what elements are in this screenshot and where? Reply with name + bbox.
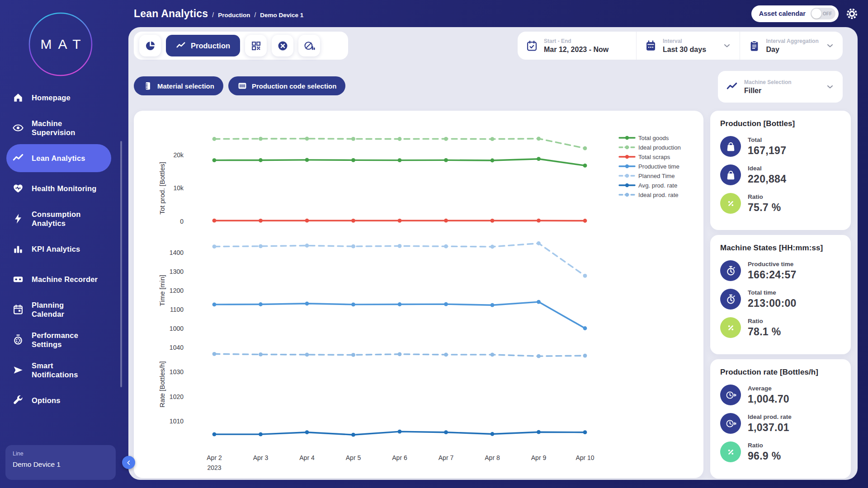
legend-item-planned-time[interactable]: Planned Time: [619, 173, 675, 179]
data-point[interactable]: [444, 158, 448, 162]
data-point[interactable]: [305, 353, 309, 357]
data-point[interactable]: [444, 353, 448, 357]
data-point[interactable]: [351, 433, 355, 437]
data-point[interactable]: [351, 137, 355, 141]
data-point[interactable]: [351, 158, 355, 162]
data-point[interactable]: [537, 136, 541, 141]
data-point[interactable]: [583, 430, 587, 434]
sidebar-item-options[interactable]: Options: [6, 386, 111, 414]
data-point[interactable]: [351, 353, 355, 357]
line-selector[interactable]: Line Demo Device 1: [5, 445, 116, 480]
sidebar-item-planning-calendar[interactable]: Planning Calendar: [6, 296, 111, 324]
legend-item-avg-prod-rate[interactable]: Avg. prod. rate: [619, 182, 677, 189]
data-point[interactable]: [537, 354, 541, 358]
data-point[interactable]: [398, 430, 402, 434]
data-point[interactable]: [212, 303, 217, 307]
data-point[interactable]: [398, 244, 402, 248]
sidebar-item-health-monitoring[interactable]: Health Monitoring: [6, 174, 111, 202]
interval-filter[interactable]: Interval Last 30 days: [636, 32, 740, 60]
data-point[interactable]: [259, 219, 263, 223]
data-point[interactable]: [491, 353, 495, 357]
data-point[interactable]: [259, 137, 263, 141]
data-point[interactable]: [583, 219, 587, 223]
data-point[interactable]: [491, 303, 495, 307]
data-point[interactable]: [212, 158, 217, 162]
data-point[interactable]: [212, 137, 217, 141]
legend-item-total-scraps[interactable]: Total scraps: [619, 154, 670, 160]
data-point[interactable]: [583, 146, 587, 150]
data-point[interactable]: [212, 432, 217, 436]
data-point[interactable]: [444, 137, 448, 141]
breadcrumb-device[interactable]: Demo Device 1: [260, 12, 303, 19]
data-point[interactable]: [305, 219, 309, 223]
data-point[interactable]: [583, 354, 587, 358]
data-point[interactable]: [444, 430, 448, 434]
data-point[interactable]: [398, 302, 402, 306]
legend-item-total-goods[interactable]: Total goods: [619, 135, 669, 141]
data-point[interactable]: [537, 300, 541, 304]
material-selection-button[interactable]: Material selection: [134, 76, 223, 95]
aggregation-filter[interactable]: Interval Aggregation Day: [740, 32, 843, 60]
sidebar-item-machine-recorder[interactable]: Machine Recorder: [6, 265, 111, 293]
sidebar-collapse-button[interactable]: [122, 456, 135, 469]
data-point[interactable]: [305, 244, 309, 248]
data-point[interactable]: [212, 244, 217, 249]
machine-selection-dropdown[interactable]: Machine Selection Filler: [718, 71, 843, 103]
series-line-planned-time[interactable]: [214, 244, 585, 276]
data-point[interactable]: [444, 219, 448, 223]
data-point[interactable]: [583, 274, 587, 278]
data-point[interactable]: [491, 245, 495, 249]
sidebar-item-smart-notifications[interactable]: Smart Notifications: [6, 356, 111, 384]
data-point[interactable]: [305, 136, 309, 141]
sidebar-scrollbar[interactable]: [120, 141, 122, 387]
data-point[interactable]: [444, 244, 448, 249]
data-point[interactable]: [212, 352, 217, 356]
legend-item-ideal-prod-rate[interactable]: Ideal prod. rate: [619, 192, 679, 198]
production-code-view-button[interactable]: [245, 35, 267, 56]
data-point[interactable]: [491, 432, 495, 436]
breadcrumb-production[interactable]: Production: [218, 12, 250, 19]
data-point[interactable]: [537, 241, 541, 245]
data-point[interactable]: [398, 219, 402, 223]
data-point[interactable]: [491, 137, 495, 141]
data-point[interactable]: [212, 219, 217, 223]
data-point[interactable]: [259, 352, 263, 357]
toggle-switch[interactable]: OFF: [811, 8, 835, 19]
rate-view-button[interactable]: [298, 35, 320, 56]
legend-item-ideal-production[interactable]: Ideal production: [619, 144, 681, 151]
data-point[interactable]: [351, 303, 355, 307]
settings-gear-icon[interactable]: [846, 8, 858, 20]
data-point[interactable]: [351, 219, 355, 223]
sidebar-item-kpi-analytics[interactable]: KPI Analytics: [6, 235, 111, 263]
start-end-filter[interactable]: Start - End Mar 12, 2023 - Now: [518, 32, 636, 60]
data-point[interactable]: [351, 244, 355, 249]
data-point[interactable]: [537, 157, 541, 161]
data-point[interactable]: [259, 158, 263, 162]
data-point[interactable]: [583, 164, 587, 168]
data-point[interactable]: [305, 301, 309, 305]
data-point[interactable]: [583, 326, 587, 330]
production-code-selection-button[interactable]: Production code selection: [228, 76, 346, 95]
legend-item-productive-time[interactable]: Productive time: [619, 163, 679, 170]
data-point[interactable]: [444, 302, 448, 306]
data-point[interactable]: [259, 432, 263, 436]
sidebar-item-homepage[interactable]: Homepage: [6, 84, 111, 112]
scraps-view-button[interactable]: [272, 35, 293, 56]
pie-view-button[interactable]: [139, 35, 161, 56]
data-point[interactable]: [259, 302, 263, 306]
asset-calendar-toggle[interactable]: Asset calendar OFF: [751, 5, 839, 22]
sidebar-item-performance-settings[interactable]: Performance Settings: [6, 326, 111, 354]
data-point[interactable]: [491, 219, 495, 223]
data-point[interactable]: [537, 430, 541, 434]
data-point[interactable]: [537, 219, 541, 223]
data-point[interactable]: [259, 244, 263, 248]
data-point[interactable]: [398, 158, 402, 162]
production-view-button[interactable]: Production: [166, 35, 240, 56]
data-point[interactable]: [398, 137, 402, 141]
sidebar-item-lean-analytics[interactable]: Lean Analytics: [6, 144, 111, 172]
data-point[interactable]: [305, 158, 309, 162]
data-point[interactable]: [305, 430, 309, 434]
data-point[interactable]: [491, 159, 495, 163]
sidebar-item-consumption-analytics[interactable]: Consumption Analytics: [6, 205, 111, 233]
sidebar-item-machine-supervision[interactable]: Machine Supervision: [6, 114, 111, 142]
